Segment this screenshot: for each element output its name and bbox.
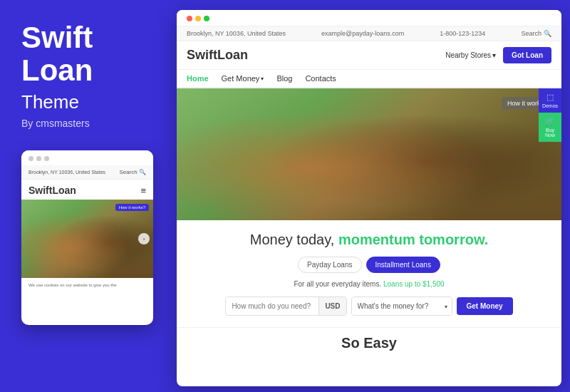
phone-hamburger-icon[interactable]: ≡ bbox=[140, 186, 146, 195]
get-money-chevron-icon: ▾ bbox=[261, 76, 264, 82]
brand-by: By cmsmasters bbox=[21, 118, 153, 129]
window-dot-yellow bbox=[195, 16, 201, 21]
info-email: example@payday-loans.com bbox=[321, 30, 404, 37]
so-easy-section: So Easy bbox=[177, 327, 561, 359]
loan-tabs: Payday Loans Installment Loans bbox=[191, 257, 547, 273]
cart-icon: 🛒 bbox=[545, 117, 555, 126]
content-section: Money today, momentum tomorrow. Payday L… bbox=[177, 220, 561, 327]
phone-dot-2 bbox=[36, 156, 41, 161]
buy-now-side-button[interactable]: 🛒 Buy Now bbox=[539, 113, 561, 142]
installment-loans-tab[interactable]: Installment Loans bbox=[366, 257, 440, 273]
sub-text: For all your everyday items. Loans up to… bbox=[191, 280, 547, 288]
loans-link[interactable]: Loans up to $1,500 bbox=[383, 280, 445, 288]
nearby-stores-button[interactable]: Nearby Stores ▾ bbox=[445, 51, 496, 59]
window-dots-bar bbox=[177, 10, 561, 26]
phone-topbar: Brooklyn, NY 10036, United States Search… bbox=[21, 165, 153, 180]
window-dot-red bbox=[187, 16, 192, 21]
phone-search: Search 🔍 bbox=[119, 169, 146, 175]
get-money-button[interactable]: Get Money bbox=[457, 297, 513, 315]
hero-section: How it works? ⬚ Demos 🛒 Buy Now bbox=[177, 88, 561, 220]
phone-hero-photo bbox=[21, 200, 153, 278]
phone-address: Brooklyn, NY 10036, United States bbox=[28, 170, 105, 175]
phone-dot-1 bbox=[28, 156, 33, 161]
search-icon: 🔍 bbox=[544, 30, 551, 37]
phone-how-badge[interactable]: How it works? bbox=[115, 204, 149, 211]
so-easy-title: So Easy bbox=[191, 335, 547, 351]
phone-logo: SwiftLoan bbox=[28, 185, 76, 196]
headline: Money today, momentum tomorrow. bbox=[191, 232, 547, 248]
menu-item-get-money[interactable]: Get Money ▾ bbox=[222, 74, 264, 83]
brand-title: Swift Loan bbox=[21, 21, 153, 87]
info-search[interactable]: Search 🔍 bbox=[521, 30, 551, 37]
side-buttons: ⬚ Demos 🛒 Buy Now bbox=[539, 88, 561, 142]
demos-icon: ⬚ bbox=[546, 93, 554, 102]
purpose-select[interactable]: What's the money for? bbox=[352, 297, 452, 315]
window-dot-green bbox=[204, 16, 209, 21]
info-bar: Brooklyn, NY 10036, United States exampl… bbox=[177, 26, 561, 41]
purpose-select-wrapper: What's the money for? ▾ bbox=[351, 296, 452, 316]
nav-right: Nearby Stores ▾ Got Loan bbox=[445, 47, 551, 63]
menu-item-home[interactable]: Home bbox=[187, 74, 209, 83]
left-panel: Swift Loan Theme By cmsmasters Brooklyn,… bbox=[0, 0, 175, 392]
menu-item-blog[interactable]: Blog bbox=[276, 74, 292, 83]
phone-banner: How it works? › bbox=[21, 200, 153, 278]
phone-mockup: Brooklyn, NY 10036, United States Search… bbox=[21, 150, 153, 325]
phone-dot-3 bbox=[44, 156, 49, 161]
currency-label: USD bbox=[318, 297, 346, 315]
get-loan-button[interactable]: Got Loan bbox=[503, 47, 551, 63]
phone-next-arrow[interactable]: › bbox=[138, 233, 150, 244]
brand-subtitle: Theme bbox=[21, 91, 153, 113]
phone-bottom-text: We use cookies on our website to give yo… bbox=[21, 278, 153, 292]
phone-window-dots bbox=[21, 150, 153, 165]
amount-input[interactable] bbox=[226, 297, 318, 315]
info-address: Brooklyn, NY 10036, United States bbox=[187, 30, 286, 37]
info-phone: 1-800-123-1234 bbox=[440, 30, 485, 37]
loan-form: USD What's the money for? ▾ Get Money bbox=[191, 296, 547, 316]
amount-input-wrapper: USD bbox=[225, 296, 346, 316]
nav-bar: SwiftLoan Nearby Stores ▾ Got Loan bbox=[177, 41, 561, 70]
demos-side-button[interactable]: ⬚ Demos bbox=[539, 88, 561, 113]
menu-bar: Home Get Money ▾ Blog Contacts bbox=[177, 70, 561, 88]
menu-item-contacts[interactable]: Contacts bbox=[305, 74, 336, 83]
chevron-down-icon: ▾ bbox=[492, 51, 496, 59]
desktop-mockup: Brooklyn, NY 10036, United States exampl… bbox=[177, 10, 561, 386]
nav-logo: SwiftLoan bbox=[187, 48, 248, 63]
payday-loans-tab[interactable]: Payday Loans bbox=[298, 257, 361, 273]
phone-logo-row: SwiftLoan ≡ bbox=[21, 180, 153, 200]
